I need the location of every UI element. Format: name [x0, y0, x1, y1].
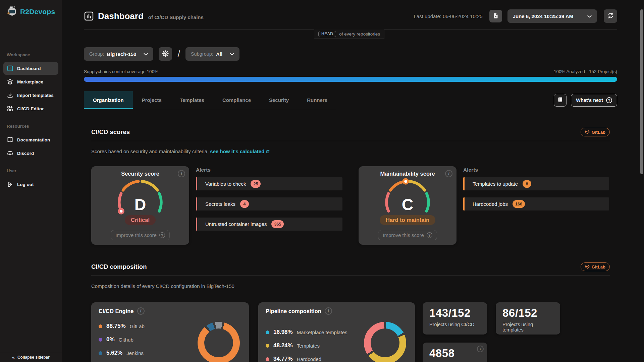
- nav-section-user: User: [0, 168, 62, 173]
- security-score-gauge: D: [106, 177, 175, 217]
- sidebar-item-label: Dashboard: [17, 66, 41, 71]
- info-icon[interactable]: i: [477, 346, 484, 352]
- date-select-value: June 6, 2024 10:25:39 AM: [513, 13, 573, 19]
- report-file-button[interactable]: [489, 10, 502, 22]
- alert-row[interactable]: Untrusted container images 365: [196, 218, 342, 231]
- filters-row: Group: BigTech-150: [84, 47, 617, 61]
- alert-label: Secrets leaks: [205, 201, 235, 207]
- changelog-button[interactable]: [554, 94, 567, 107]
- gear-icon: [162, 50, 169, 58]
- scores-description: Scores based on security and maintainabi…: [91, 148, 610, 155]
- question-circle-icon: ?: [427, 232, 432, 238]
- external-link-icon: [266, 149, 270, 155]
- maintainability-score-title: Maintainability score: [380, 171, 435, 177]
- scores-section-title: CI/CD scores: [91, 128, 130, 136]
- stats-grid: 143/152 Projects using CI/CD 86/152 Proj…: [423, 302, 560, 362]
- group-subgroup-separator: /: [177, 49, 180, 59]
- info-icon[interactable]: i: [445, 170, 452, 177]
- tabs-row: Organization Projects Templates Complian…: [84, 91, 617, 109]
- improve-maintainability-score-button[interactable]: Improve this score ?: [378, 230, 437, 240]
- group-settings-button[interactable]: [159, 47, 172, 61]
- sidebar-item-marketplace[interactable]: Marketplace: [3, 75, 58, 88]
- date-select[interactable]: June 6, 2024 10:25:39 AM: [507, 9, 597, 23]
- info-icon[interactable]: i: [325, 307, 332, 315]
- collapse-chevrons-icon: «: [12, 355, 15, 360]
- whats-next-button[interactable]: What's next ?: [571, 94, 617, 107]
- subgroup-select[interactable]: Subgroup: All: [185, 47, 239, 61]
- group-select-label: Group:: [89, 51, 104, 57]
- tab-templates[interactable]: Templates: [171, 91, 213, 109]
- sidebar-nav: Workspace Dashboard Marketplace Import t…: [0, 44, 62, 352]
- logout-icon: [7, 181, 13, 188]
- coverage-left-label: Supplychains control coverage 100%: [84, 69, 158, 74]
- coverage-block: Supplychains control coverage 100% 100% …: [84, 69, 617, 82]
- gitlab-badge[interactable]: GitLab: [581, 262, 610, 271]
- refresh-icon: [607, 12, 614, 20]
- question-circle-icon: ?: [159, 232, 165, 238]
- see-how-calculated-link[interactable]: see how it's calculated: [210, 148, 270, 154]
- sidebar-item-documentation[interactable]: Documentation: [3, 133, 58, 146]
- collapse-sidebar-label: Collapse sidebar: [17, 355, 50, 360]
- cicd-engine-card: CI/CD Engine i 88.75% GitLab 0% Github: [91, 302, 249, 362]
- stat-label: Projects using templates: [502, 322, 553, 333]
- subgroup-select-label: Subgroup:: [191, 51, 213, 57]
- tab-projects[interactable]: Projects: [133, 91, 171, 109]
- gitlab-badge-label: GitLab: [592, 130, 605, 135]
- whats-next-label: What's next: [576, 98, 603, 103]
- legend-dot: [99, 338, 102, 342]
- document-icon: [492, 12, 499, 20]
- group-select-value: BigTech-150: [107, 51, 136, 57]
- legend-percent: 0%: [106, 336, 115, 343]
- composition-section-title: CI/CD composition: [91, 263, 147, 270]
- legend-dot: [99, 324, 102, 328]
- gitlab-tanuki-icon: [585, 129, 590, 135]
- maintainability-score-card: Maintainability score i C Hard to: [359, 166, 457, 245]
- see-how-calculated-label: see how it's calculated: [210, 148, 264, 154]
- sidebar-item-import-templates[interactable]: Import templates: [3, 89, 58, 102]
- section-divider: [91, 141, 610, 141]
- tab-runners[interactable]: Runners: [298, 91, 336, 109]
- info-icon[interactable]: i: [137, 307, 145, 315]
- improve-security-score-button[interactable]: Improve this score ?: [111, 230, 170, 240]
- maintainability-status-badge: Hard to maintain: [380, 215, 435, 225]
- sidebar-item-label: CI/CD Editor: [17, 106, 44, 111]
- alert-count-badge: 365: [271, 220, 284, 228]
- tab-organization[interactable]: Organization: [84, 91, 133, 109]
- info-icon[interactable]: i: [178, 170, 185, 177]
- sidebar-item-cicd-editor[interactable]: CI/CD Editor: [3, 102, 58, 115]
- legend-percent: 16.98%: [273, 329, 293, 336]
- subgroup-select-value: All: [216, 51, 222, 57]
- collapse-sidebar-button[interactable]: « Collapse sidebar: [0, 352, 62, 362]
- question-circle-icon: ?: [606, 97, 612, 103]
- head-ref-tooltip[interactable]: HEAD of every repositories: [314, 29, 384, 39]
- group-select[interactable]: Group: BigTech-150: [84, 47, 153, 61]
- tab-compliance[interactable]: Compliance: [213, 91, 260, 109]
- logo-text: R2Devops: [20, 8, 55, 16]
- alert-row[interactable]: Secrets leaks 4: [196, 197, 342, 210]
- alert-row[interactable]: Templates to update 8: [463, 177, 609, 190]
- tab-security[interactable]: Security: [260, 91, 298, 109]
- alert-row[interactable]: Hardcoded jobs 166: [463, 197, 609, 210]
- legend-label: Hardcoded: [297, 356, 321, 362]
- dashboard-icon: [7, 65, 13, 72]
- cicd-editor-icon: [7, 105, 13, 112]
- improve-score-label: Improve this score: [115, 232, 157, 238]
- sidebar-item-discord[interactable]: Discord: [3, 147, 58, 160]
- page-header: Dashboard of CI/CD Supply chains Last up…: [84, 0, 617, 30]
- scrollbar[interactable]: [640, 9, 643, 174]
- gitlab-tanuki-icon: [585, 264, 590, 270]
- sidebar-item-logout[interactable]: Log out: [3, 178, 58, 191]
- refresh-button[interactable]: [604, 9, 617, 23]
- logo[interactable]: R2Devops: [0, 0, 62, 21]
- app-root: R2Devops Workspace Dashboard Marketplace: [0, 0, 644, 362]
- legend-percent: 88.75%: [106, 323, 126, 329]
- cicd-scores-section: CI/CD scores GitLab Scores based on secu…: [91, 128, 610, 245]
- coverage-right-label: 100% Analyzed - 152 Project(s): [554, 69, 617, 74]
- head-badge: HEAD: [318, 31, 336, 37]
- gitlab-badge[interactable]: GitLab: [581, 128, 610, 136]
- sidebar-item-dashboard[interactable]: Dashboard: [3, 62, 58, 75]
- alert-row[interactable]: Variables to check 25: [196, 177, 342, 190]
- sidebar-item-label: Import templates: [17, 93, 54, 98]
- security-score-title: Security score: [121, 171, 159, 177]
- alert-label: Hardcoded jobs: [473, 201, 508, 207]
